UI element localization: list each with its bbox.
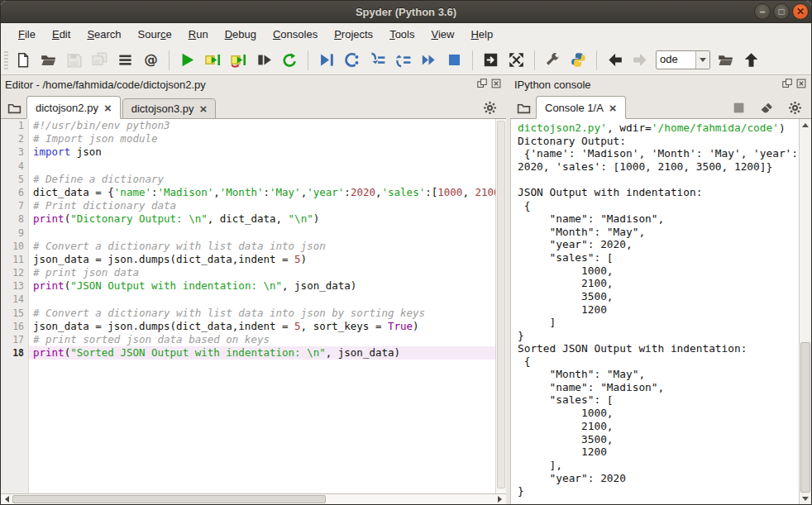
editor-options-gear-icon[interactable] <box>478 97 501 118</box>
close-pane-icon[interactable] <box>490 79 502 90</box>
tab-close-icon[interactable]: × <box>609 102 617 114</box>
undock-icon[interactable] <box>781 79 793 90</box>
console-line-26: 1200 <box>518 445 799 459</box>
close-button[interactable]: ✕ <box>792 3 809 20</box>
tab-close-icon[interactable]: × <box>104 102 112 114</box>
console-line-13: 2100, <box>518 277 799 290</box>
scroll-right-arrow-icon[interactable] <box>495 494 506 504</box>
debug-continue-icon[interactable] <box>417 48 441 72</box>
run-cell-icon[interactable] <box>201 48 225 72</box>
code-line-4 <box>29 160 495 173</box>
line-number: 17 <box>1 333 28 346</box>
tab-dictojson2-py[interactable]: dictojson2.py× <box>26 96 121 119</box>
console-line-4: 2020, 'sales': [1000, 2100, 3500, 1200]} <box>518 160 799 174</box>
scroll-up-arrow-icon[interactable] <box>800 119 811 129</box>
combo-dropdown-icon[interactable] <box>695 51 709 69</box>
debug-step-into-icon[interactable] <box>365 48 389 72</box>
line-number: 5 <box>1 173 28 186</box>
menu-edit[interactable]: Edit <box>45 26 78 43</box>
browse-tabs-icon[interactable] <box>2 97 26 118</box>
fullscreen-icon[interactable] <box>504 48 528 72</box>
open-file-icon[interactable] <box>36 48 60 72</box>
interrupt-kernel-icon[interactable] <box>727 97 750 118</box>
menu-debug[interactable]: Debug <box>217 26 264 43</box>
menu-help[interactable]: Help <box>463 26 500 43</box>
toolbar-grip[interactable] <box>4 51 8 69</box>
console-output[interactable]: dictojson2.py', wdir='/home/fahmida/code… <box>510 119 811 504</box>
console-line-7: { <box>518 199 799 212</box>
toolbar-separator <box>169 50 170 70</box>
console-line-3: {'name': 'Madison', 'Month': 'May', 'yea… <box>518 147 799 160</box>
menu-source[interactable]: Source <box>131 26 179 43</box>
titlebar[interactable]: Spyder (Python 3.6) – □ ✕ <box>1 1 811 23</box>
scrollbar-thumb[interactable] <box>497 121 505 488</box>
debug-step-icon[interactable] <box>340 48 364 72</box>
scroll-down-arrow-icon[interactable] <box>800 494 811 504</box>
scrollbar-thumb[interactable] <box>800 342 810 493</box>
spyder-window: Spyder (Python 3.6) – □ ✕ FileEditSearch… <box>0 0 812 505</box>
tab-dictojson3-py[interactable]: dictojson3.py× <box>122 98 217 119</box>
menu-tools[interactable]: Tools <box>382 26 422 43</box>
code-editor[interactable]: 123456789101112131415161718 #!/usr/bin/e… <box>1 119 506 493</box>
save-icon <box>62 48 86 72</box>
new-file-icon[interactable] <box>11 48 35 72</box>
line-number-gutter: 123456789101112131415161718 <box>1 119 29 493</box>
code-line-6: dict_data = {'name':'Madison','Month':'M… <box>29 186 495 199</box>
console-line-28: "year": 2020 <box>518 472 799 485</box>
run-selection-icon[interactable] <box>252 48 276 72</box>
python-path-icon[interactable] <box>566 48 590 72</box>
debug-step-return-icon[interactable] <box>391 48 415 72</box>
editor-panel: Editor - /home/fahmida/code/dictojson2.p… <box>1 75 506 504</box>
menu-projects[interactable]: Projects <box>327 26 380 43</box>
console-vertical-scrollbar[interactable] <box>799 119 811 504</box>
run-cell-advance-icon[interactable] <box>227 48 251 72</box>
console-line-8: "name": "Madison", <box>518 212 799 226</box>
symbol-finder-icon[interactable]: @ <box>139 48 163 72</box>
console-text[interactable]: dictojson2.py', wdir='/home/fahmida/code… <box>511 119 799 504</box>
menu-search[interactable]: Search <box>79 26 128 43</box>
parent-dir-icon[interactable] <box>739 48 763 72</box>
open-dir-icon[interactable] <box>714 48 738 72</box>
console-line-1: dictojson2.py', wdir='/home/fahmida/code… <box>518 121 799 135</box>
editor-horizontal-scrollbar[interactable] <box>1 493 506 504</box>
menu-file[interactable]: File <box>11 26 43 43</box>
tab-label: dictojson2.py <box>36 102 98 114</box>
editor-panel-title: Editor - /home/fahmida/code/dictojson2.p… <box>5 79 474 91</box>
menu-view[interactable]: View <box>423 26 461 43</box>
debug-file-icon[interactable] <box>314 48 338 72</box>
debug-stop-icon[interactable] <box>442 48 466 72</box>
line-number: 6 <box>1 186 28 199</box>
back-icon[interactable] <box>603 48 627 72</box>
toolbar-separator <box>308 50 308 70</box>
undock-icon[interactable] <box>476 79 488 90</box>
close-pane-icon[interactable] <box>795 79 807 90</box>
tab-close-icon[interactable]: × <box>200 102 208 115</box>
code-area[interactable]: #!/usr/bin/env python3# Import json modu… <box>29 119 495 493</box>
maximize-button[interactable]: □ <box>773 3 790 20</box>
browse-tabs-icon[interactable] <box>512 97 535 118</box>
console-options-gear-icon[interactable] <box>783 97 806 118</box>
console-line-16: ] <box>518 316 799 329</box>
code-line-10: # Convert a dictionary with list data in… <box>29 240 495 253</box>
maximize-pane-icon[interactable] <box>479 48 503 72</box>
line-number: 2 <box>1 132 28 145</box>
console-line-10: "year": 2020, <box>518 238 799 251</box>
scrollbar-thumb[interactable] <box>12 495 326 503</box>
run-icon[interactable] <box>175 48 199 72</box>
scroll-left-arrow-icon[interactable] <box>1 494 12 504</box>
file-switcher-icon[interactable] <box>113 48 137 72</box>
console-line-24: 2100, <box>518 420 799 433</box>
preferences-icon[interactable] <box>541 48 565 72</box>
re-run-cell-icon[interactable] <box>278 48 302 72</box>
menu-run[interactable]: Run <box>181 26 216 43</box>
line-number: 18 <box>1 346 28 360</box>
remove-variables-eraser-icon[interactable] <box>755 97 778 118</box>
editor-vertical-scrollbar[interactable] <box>495 119 506 493</box>
menu-consoles[interactable]: Consoles <box>265 26 325 43</box>
line-number: 13 <box>1 279 28 293</box>
minimize-button[interactable]: – <box>754 3 771 20</box>
svg-text:@: @ <box>144 52 158 68</box>
console-line-23: 1000, <box>518 407 799 420</box>
working-directory-combo[interactable]: ode <box>656 50 710 69</box>
tab-console-1a[interactable]: Console 1/A × <box>536 96 626 119</box>
